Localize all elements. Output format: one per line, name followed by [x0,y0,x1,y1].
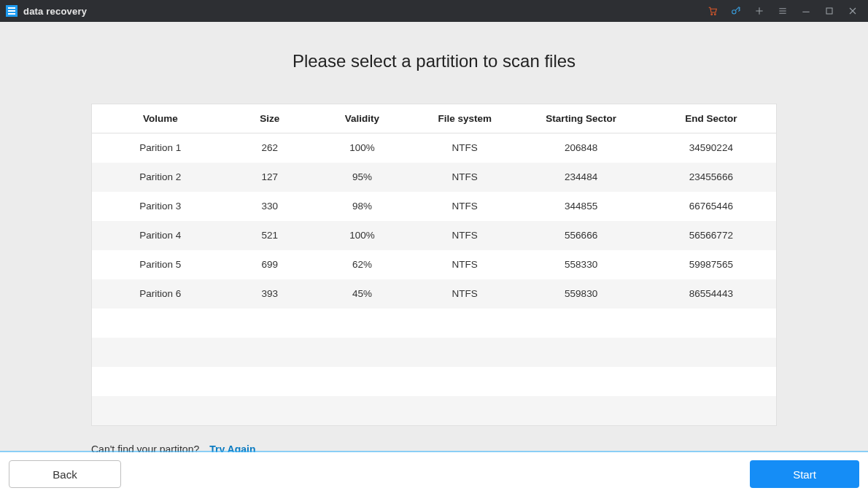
cell-size: 393 [229,279,311,309]
cell-validity: 100% [311,221,414,250]
key-icon[interactable] [729,4,743,18]
cell-volume: Parition 2 [92,163,229,192]
minimize-icon[interactable] [799,4,813,18]
cell-size: 521 [229,221,311,250]
table-row-empty [92,396,776,425]
maximize-icon[interactable] [823,4,836,18]
cell-validity: 98% [311,192,414,221]
cell-validity: 45% [311,279,414,309]
plus-icon[interactable] [753,4,766,18]
footer-bar: Back Start [0,452,868,496]
cell-validity: 95% [311,163,414,192]
cell-fs: NTFS [414,133,516,163]
cell-end: 59987565 [646,250,776,279]
cell-start: 559830 [516,279,646,309]
partition-table: Volume Size Validity File system Startin… [91,104,777,426]
back-button[interactable]: Back [9,460,121,488]
cell-volume: Parition 3 [92,192,229,221]
cell-start: 556666 [516,221,646,250]
cell-start: 558330 [516,250,646,279]
cell-end: 86554443 [646,279,776,309]
cell-end: 23455666 [646,163,776,192]
table-row-empty [92,309,776,338]
cell-validity: 100% [311,133,414,163]
cell-size: 127 [229,163,311,192]
svg-rect-3 [826,8,832,14]
cell-size: 262 [229,133,311,163]
cell-validity: 62% [311,250,414,279]
cell-fs: NTFS [414,250,516,279]
cell-size: 699 [229,250,311,279]
app-title: data recovery [23,6,87,17]
col-filesystem: File system [414,104,516,133]
cell-start: 206848 [516,133,646,163]
titlebar: data recovery [0,0,868,22]
cell-volume: Parition 1 [92,133,229,163]
svg-point-0 [711,14,713,15]
cell-fs: NTFS [414,163,516,192]
cell-volume: Parition 4 [92,221,229,250]
cell-end: 66765446 [646,192,776,221]
app-logo-icon [6,5,18,17]
cell-fs: NTFS [414,279,516,309]
cell-volume: Parition 6 [92,279,229,309]
close-icon[interactable] [846,4,859,18]
table-header-row: Volume Size Validity File system Startin… [92,104,776,133]
col-validity: Validity [311,104,414,133]
cell-end: 34590224 [646,133,776,163]
cell-size: 330 [229,192,311,221]
cell-fs: NTFS [414,192,516,221]
main-content: Please select a partition to scan files … [0,22,868,455]
menu-icon[interactable] [776,4,789,18]
col-volume: Volume [92,104,229,133]
cart-icon[interactable] [706,4,719,18]
svg-point-1 [714,14,716,15]
table-row[interactable]: Parition 212795%NTFS23448423455666 [92,163,776,192]
table-row[interactable]: Parition 333098%NTFS34485566765446 [92,192,776,221]
cell-end: 56566772 [646,221,776,250]
col-size: Size [229,104,311,133]
page-title: Please select a partition to scan files [47,51,821,71]
cell-start: 344855 [516,192,646,221]
col-start: Starting Sector [516,104,646,133]
table-row[interactable]: Parition 639345%NTFS55983086554443 [92,279,776,309]
table-row[interactable]: Parition 4521100%NTFS55666656566772 [92,221,776,250]
cell-start: 234484 [516,163,646,192]
svg-point-2 [732,10,736,14]
table-row[interactable]: Parition 569962%NTFS55833059987565 [92,250,776,279]
table-row-empty [92,338,776,367]
start-button[interactable]: Start [750,460,859,488]
titlebar-icons [706,4,862,18]
col-end: End Sector [646,104,776,133]
cell-fs: NTFS [414,221,516,250]
table-row-empty [92,367,776,396]
cell-volume: Parition 5 [92,250,229,279]
table-row[interactable]: Parition 1262100%NTFS20684834590224 [92,133,776,163]
